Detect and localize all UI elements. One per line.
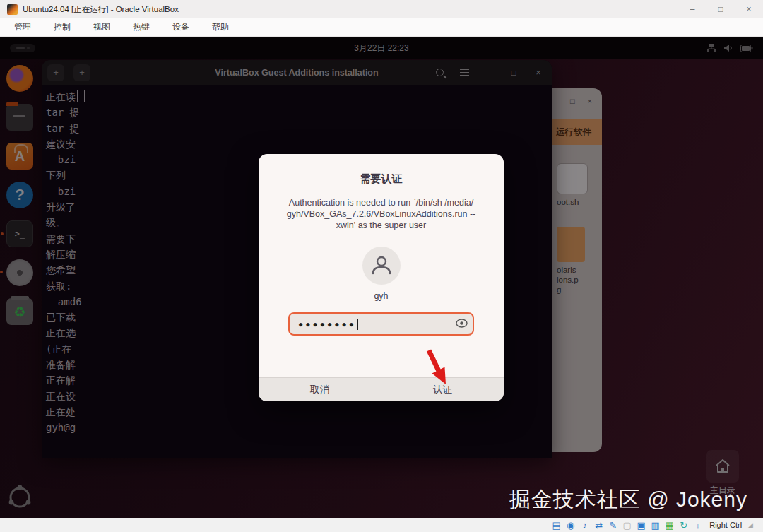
host-key-label: Right Ctrl	[709, 521, 742, 529]
authentication-dialog: 需要认证 Authentication is needed to run `/b…	[259, 154, 504, 401]
menu-item[interactable]: 管理	[3, 18, 42, 37]
shared-folders-icon[interactable]: ▢	[622, 521, 632, 530]
password-dots: ●●●●●●●●	[298, 319, 356, 329]
cancel-button[interactable]: 取消	[259, 378, 382, 401]
hard-disks-icon[interactable]: ▤	[551, 521, 562, 530]
dialog-actions: 取消 认证	[259, 377, 504, 401]
dialog-message: Authentication is needed to run `/bin/sh…	[287, 197, 476, 231]
maximize-button[interactable]: □	[706, 0, 735, 18]
recording-icon[interactable]: ▥	[650, 521, 661, 530]
virtualbox-statusbar: ▤ ◉ ♪ ⇄ ✎ ▢ ▣ ▥ ▦ ↻ ↓ Right Ctrl ◢	[0, 518, 763, 532]
password-input[interactable]: ●●●●●●●●	[288, 312, 474, 336]
avatar	[362, 247, 401, 285]
virtualbox-app-icon	[7, 4, 18, 15]
resize-grip[interactable]: ◢	[748, 521, 753, 528]
audio-icon[interactable]: ♪	[579, 521, 590, 530]
red-arrow-annotation	[422, 346, 456, 391]
menu-item[interactable]: 视图	[82, 18, 122, 37]
mouse-integration-icon[interactable]: ↻	[678, 521, 689, 530]
window-title: Ubuntu24.04 [正在运行] - Oracle VirtualBox	[23, 4, 179, 15]
minimize-button[interactable]: –	[678, 0, 706, 18]
user-icon	[369, 254, 394, 278]
usb-icon[interactable]: ✎	[608, 521, 618, 530]
menu-item[interactable]: 设备	[161, 18, 201, 37]
text-cursor	[357, 319, 359, 330]
vm-display: 3月22日 22:23 A ? >_ ♻ □ × 运行软件 oot.sh ola…	[0, 37, 763, 518]
optical-drives-icon[interactable]: ◉	[565, 521, 576, 530]
show-password-icon[interactable]	[456, 319, 468, 328]
menu-item[interactable]: 热键	[122, 18, 161, 37]
keyboard-icon[interactable]: ↓	[692, 521, 703, 530]
menu-item[interactable]: 帮助	[201, 18, 240, 37]
virtualbox-menubar: 管理控制视图热键设备帮助	[0, 18, 763, 37]
username-label: gyh	[374, 291, 388, 301]
menu-item[interactable]: 控制	[42, 18, 82, 37]
network-adapter-icon[interactable]: ⇄	[593, 521, 604, 530]
virtualbox-titlebar: Ubuntu24.04 [正在运行] - Oracle VirtualBox –…	[0, 0, 763, 18]
dialog-title: 需要认证	[360, 172, 403, 186]
display-icon[interactable]: ▣	[636, 521, 646, 530]
watermark: 掘金技术社区 @ Jokeny	[509, 485, 747, 514]
close-button[interactable]: ×	[735, 0, 763, 18]
features-icon[interactable]: ▦	[664, 521, 675, 530]
